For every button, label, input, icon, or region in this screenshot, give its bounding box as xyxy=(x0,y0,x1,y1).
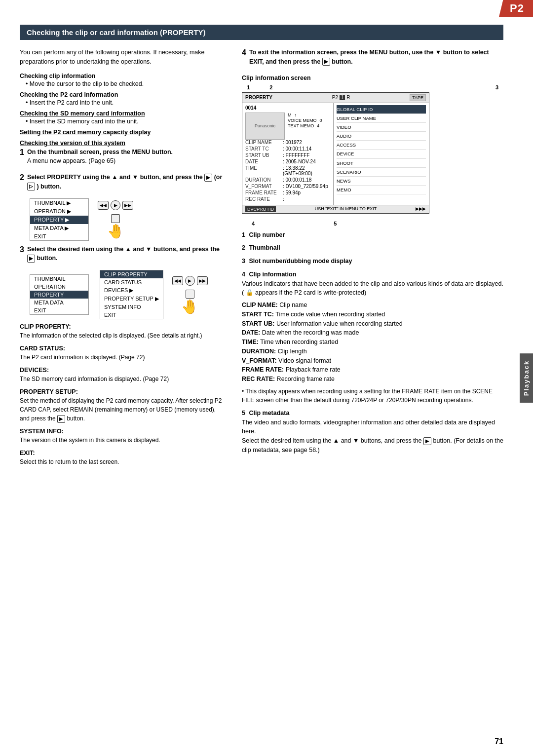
controller-icon-step2: ◀◀ ▶ ▶▶ 🤚 xyxy=(98,200,133,238)
prop-clip-property: CLIP PROPERTY: The information of the se… xyxy=(20,323,227,340)
numbered-points: 1 Clip number 2 Thumbnail 3 Slot number/… xyxy=(242,230,503,455)
subsection-checking-clip: Checking clip information xyxy=(20,73,227,79)
prop-exit: EXIT: Select this to return to the last … xyxy=(20,450,227,466)
subsections: Checking clip information Move the curso… xyxy=(20,73,227,147)
ctrl-square-3 xyxy=(186,290,194,299)
prop-exit-desc: Select this to return to the last screen… xyxy=(20,457,227,466)
clip-row-duration: DURATION : 00:00:01.18 xyxy=(245,177,330,183)
menu-item-property-selected: PROPERTY ▶ xyxy=(30,216,88,224)
exit-hint: USH "EXIT" IN MENU TO EXIT xyxy=(315,206,377,212)
clip-screen-body: 0014 Panasonic M ↑ xyxy=(242,103,429,205)
clip-row-start-ub: START UB : FFFFFFFF xyxy=(245,152,330,158)
right-item-scenario: SCENARIO xyxy=(337,168,426,177)
npoint-5: 5 Clip metadata The video and audio form… xyxy=(242,409,503,455)
page-number: 71 xyxy=(495,737,503,746)
page-container: P2 Playback Checking the clip or card in… xyxy=(0,0,533,756)
menu-item-metadata: META DATA ▶ xyxy=(30,224,88,232)
clip-thumbnail: Panasonic xyxy=(245,113,285,140)
p2-badge: P2 xyxy=(499,0,533,17)
step-3-submenu: CLIP PROPERTY CARD STATUS DEVICES ▶ PROP… xyxy=(100,270,163,319)
right-item-device: DEVICE xyxy=(337,150,426,158)
clip-memo-m: M ↑ xyxy=(288,113,322,117)
step-3-text: Select the desired item using the ▲ and … xyxy=(27,245,227,264)
step-4-number: 4 xyxy=(242,48,246,58)
prop-card-status: CARD STATUS: The P2 card information is … xyxy=(20,345,227,362)
subsection-p2-card: Checking the P2 card information xyxy=(20,91,227,98)
manufacturer-label: Panasonic xyxy=(255,123,275,128)
ctrl-rewind-3: ◀◀ xyxy=(172,276,183,285)
prop-devices: DEVICES: The SD memory card information … xyxy=(20,367,227,383)
step-4-text: To exit the information screen, press th… xyxy=(249,48,503,67)
bullet-p2-card: Insert the P2 card into the unit. xyxy=(26,99,227,106)
subsection-sd-card: Checking the SD memory card information xyxy=(20,110,227,117)
npoint-5-title: Clip metadata xyxy=(249,410,289,416)
step-4: 4 To exit the information screen, press … xyxy=(242,48,503,67)
s3-sub-devices: DEVICES ▶ xyxy=(100,286,163,295)
step-2-text: Select PROPERTY using the ▲ and ▼ button… xyxy=(27,173,227,191)
npoint-2: 2 Thumbnail xyxy=(242,243,503,253)
clip-tape-badge: TAPE xyxy=(410,94,426,101)
npoint-1-title: Clip number xyxy=(249,231,285,238)
s3-sub-card-status: CARD STATUS xyxy=(100,278,163,286)
prop-property-setup-desc: Set the method of displaying the P2 card… xyxy=(20,396,227,423)
ctrl-forward: ▶▶ xyxy=(122,201,133,210)
prop-system-info: SYSTEM INFO: The version of the system i… xyxy=(20,428,227,445)
prop-card-status-label: CARD STATUS: xyxy=(20,345,227,352)
section-header: Checking the clip or card information (P… xyxy=(20,25,503,40)
prop-system-info-label: SYSTEM INFO: xyxy=(20,428,227,435)
clip-row-time: TIME : 13:38:22 (GMT+09:00) xyxy=(245,165,330,176)
clip-info-screen: PROPERTY P2 1 R TAPE 0014 xyxy=(242,92,429,214)
step-2-menu-box: THUMBNAIL ▶ OPERATION ▶ PROPERTY ▶ META … xyxy=(30,198,89,241)
clip-screen-numbers-top: 1 2 3 xyxy=(242,84,503,90)
step-3-number: 3 xyxy=(20,245,24,255)
prop-exit-label: EXIT: xyxy=(20,450,227,456)
right-item-global-clip-id: GLOBAL CLIP ID xyxy=(337,105,426,114)
menu-item-thumbnail: THUMBNAIL ▶ xyxy=(30,199,88,207)
npoint-3-num: 3 xyxy=(242,258,245,265)
step-3: 3 Select the desired item using the ▲ an… xyxy=(20,245,227,264)
npoint-3-title: Slot number/dubbing mode display xyxy=(249,258,352,265)
s3-menu-metadata: META DATA xyxy=(30,299,88,306)
clip-property-label: PROPERTY xyxy=(245,95,272,100)
dvcpro-badge: DVCPRO HD xyxy=(245,206,276,212)
npoint-5-desc: The video and audio formats, videographe… xyxy=(242,419,495,435)
ctrl-square-stop xyxy=(111,214,120,223)
clip-row-date: DATE : 2005-NOV-24 xyxy=(245,159,330,164)
left-column: You can perform any of the following ope… xyxy=(20,48,227,471)
two-column-layout: You can perform any of the following ope… xyxy=(20,48,503,471)
clip-screen-label: Clip information screen xyxy=(242,75,503,81)
npoint-4-note: • This display appears when recording us… xyxy=(242,387,503,405)
npoint-2-num: 2 xyxy=(242,244,245,251)
step-3-menu1: THUMBNAIL OPERATION PROPERTY META DATA E… xyxy=(30,274,89,315)
npoint-1: 1 Clip number xyxy=(242,230,503,240)
clip-row-name: CLIP NAME : 001972 xyxy=(245,140,330,145)
step-1-number: 1 xyxy=(20,148,24,158)
cs-num-5: 5 xyxy=(334,221,337,227)
npoint-4-title: Clip information xyxy=(249,271,296,278)
ctrl-play: ▶ xyxy=(111,200,120,210)
prop-system-info-desc: The version of the system in this camera… xyxy=(20,436,227,445)
main-content: Checking the clip or card information (P… xyxy=(0,10,533,486)
prop-property-setup-label: PROPERTY SETUP: xyxy=(20,388,227,395)
s3-menu-thumbnail: THUMBNAIL xyxy=(30,275,88,283)
ctrl-forward-3: ▶▶ xyxy=(197,276,208,285)
clip-p2-slot: P2 1 R xyxy=(332,95,350,100)
s3-sub-clip-property: CLIP PROPERTY xyxy=(100,270,163,278)
clip-num-display: 0014 xyxy=(245,105,330,111)
clip-row-framerate: FRAME RATE : 59.94p xyxy=(245,190,330,195)
right-side-list: GLOBAL CLIP ID USER CLIP NAME VIDEO AUDI… xyxy=(337,105,426,195)
npoint-4-desc: Various indicators that have been added … xyxy=(242,280,503,297)
clip-screen-numbers-bottom: 4 5 xyxy=(242,221,503,227)
clip-row-recrate: REC RATE : xyxy=(245,196,330,202)
npoint-3: 3 Slot number/dubbing mode display xyxy=(242,257,503,266)
s3-sub-property-setup: PROPERTY SETUP ▶ xyxy=(100,295,163,303)
right-item-access: ACCESS xyxy=(337,141,426,150)
right-item-news: NEWS xyxy=(337,177,426,186)
right-item-shoot: SHOOT xyxy=(337,159,426,168)
s3-sub-system-info: SYSTEM INFO xyxy=(100,303,163,311)
intro-text: You can perform any of the following ope… xyxy=(20,48,227,67)
subsection-p2-capacity: Setting the P2 card memory capacity disp… xyxy=(20,129,227,136)
s3-menu-operation: OPERATION xyxy=(30,283,88,291)
right-item-user-clip-name: USER CLIP NAME xyxy=(337,114,426,123)
prop-devices-desc: The SD memory card information is displa… xyxy=(20,375,227,383)
